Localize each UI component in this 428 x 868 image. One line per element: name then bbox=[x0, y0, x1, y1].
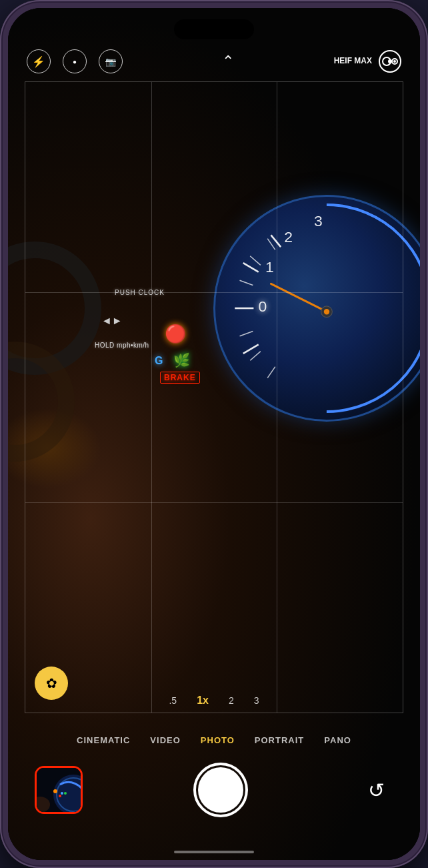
camera-mode-bar: CINEMATIC VIDEO PHOTO PORTRAIT PANO bbox=[8, 727, 420, 753]
live-photo-indicator[interactable] bbox=[379, 50, 401, 73]
no-camera-icon: 📷 bbox=[105, 57, 116, 67]
status-bar bbox=[8, 8, 420, 45]
format-badge[interactable]: HEIF MAX bbox=[334, 57, 372, 65]
grid-horizontal-1 bbox=[25, 292, 403, 293]
zoom-1x-button[interactable]: 1x bbox=[197, 695, 209, 707]
top-controls-left: ⚡ ● 📷 bbox=[27, 49, 123, 73]
grid-vertical-1 bbox=[151, 82, 152, 713]
flash-icon: ⚡ bbox=[32, 55, 45, 68]
zoom-controls: .5 1x 2 3 bbox=[8, 695, 420, 707]
controls-toggle-button[interactable]: ⌃ bbox=[222, 53, 234, 70]
mode-portrait[interactable]: PORTRAIT bbox=[255, 735, 304, 745]
svg-point-23 bbox=[61, 792, 63, 795]
live-dot bbox=[393, 60, 396, 63]
phone-screen: 0 1 2 3 PUSH CLOCK ◄► bbox=[8, 8, 420, 860]
flash-button[interactable]: ⚡ bbox=[27, 49, 51, 73]
mode-photo[interactable]: PHOTO bbox=[201, 735, 235, 745]
top-controls-center: ⌃ bbox=[222, 53, 234, 70]
svg-point-24 bbox=[64, 792, 67, 795]
camera-grid bbox=[25, 81, 403, 713]
zoom-half-button[interactable]: .5 bbox=[169, 695, 177, 706]
shutter-button[interactable] bbox=[193, 763, 248, 817]
flip-camera-button[interactable]: ↺ bbox=[359, 773, 393, 807]
svg-point-22 bbox=[59, 795, 61, 797]
dynamic-island bbox=[174, 19, 254, 39]
shutter-inner-ring bbox=[198, 767, 243, 813]
camera-viewfinder[interactable]: 0 1 2 3 PUSH CLOCK ◄► bbox=[8, 8, 420, 860]
mode-video[interactable]: VIDEO bbox=[150, 735, 180, 745]
live-photo-button[interactable]: ● bbox=[63, 49, 87, 73]
home-indicator bbox=[174, 851, 254, 853]
photo-thumbnail[interactable] bbox=[35, 766, 83, 814]
macro-icon: ✿ bbox=[46, 675, 57, 691]
flip-camera-icon: ↺ bbox=[368, 779, 385, 802]
mode-pano[interactable]: PANO bbox=[324, 735, 351, 745]
top-controls-right: HEIF MAX bbox=[334, 50, 401, 73]
svg-point-21 bbox=[53, 789, 57, 793]
macro-restrictions-button[interactable]: 📷 bbox=[99, 49, 123, 73]
hdr-icon: ● bbox=[73, 58, 77, 65]
thumbnail-image bbox=[37, 768, 83, 814]
grid-horizontal-2 bbox=[25, 502, 403, 503]
grid-vertical-2 bbox=[277, 82, 277, 713]
zoom-3x-button[interactable]: 3 bbox=[254, 695, 259, 706]
live-ring bbox=[391, 58, 398, 65]
thumbnail-preview bbox=[37, 768, 81, 812]
format-label: HEIF MAX bbox=[334, 56, 372, 65]
zoom-2x-button[interactable]: 2 bbox=[229, 695, 234, 706]
phone-device: 0 1 2 3 PUSH CLOCK ◄► bbox=[0, 0, 428, 868]
mode-cinematic[interactable]: CINEMATIC bbox=[77, 735, 130, 745]
chevron-up-icon: ⌃ bbox=[222, 53, 234, 69]
camera-bottom-controls: ↺ bbox=[8, 757, 420, 823]
camera-top-controls: ⚡ ● 📷 ⌃ bbox=[8, 45, 420, 78]
